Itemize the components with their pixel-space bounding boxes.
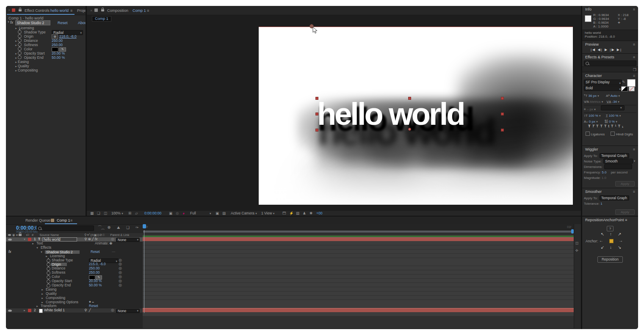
timeline-search-box[interactable]: [36, 225, 94, 231]
play-button[interactable]: ▶: [605, 48, 608, 52]
grid-guides-icon[interactable]: ⊞: [128, 211, 131, 216]
panel-menu-icon[interactable]: ≡: [633, 6, 635, 12]
close-icon[interactable]: ×: [8, 8, 10, 12]
work-area-bar[interactable]: [143, 230, 574, 233]
time-ruler[interactable]: 0f 01f: [143, 224, 574, 231]
next-frame-button[interactable]: |▶: [610, 48, 615, 52]
camera-dropdown[interactable]: Active Camera ▾: [231, 211, 257, 216]
softness-value[interactable]: 250.00: [89, 271, 100, 275]
twirl-icon[interactable]: ▸: [41, 296, 44, 300]
ec-row-licensing[interactable]: ▸ Licensing: [6, 26, 86, 30]
panel-menu-icon[interactable]: ≡: [625, 218, 627, 222]
playhead-marker[interactable]: [143, 224, 146, 228]
origin-label-highlight[interactable]: Origin: [51, 263, 67, 266]
fill-color-swatch[interactable]: [627, 79, 636, 87]
effect-reset-link[interactable]: Reset: [58, 21, 68, 25]
close-icon[interactable]: ×: [90, 8, 92, 13]
panel-menu-icon[interactable]: ≡: [633, 146, 635, 152]
font-style-dropdown[interactable]: Bold▾: [584, 85, 622, 91]
pickwhip-icon[interactable]: ◎: [111, 308, 114, 313]
help-button[interactable]: ?: [607, 226, 614, 231]
transparency-grid-icon[interactable]: ▨: [222, 211, 226, 216]
wiggler-frequency-value[interactable]: 5.0: [602, 170, 606, 174]
distance-value[interactable]: 250.00: [52, 38, 63, 43]
anchor-up-arrow[interactable]: ↑: [610, 232, 612, 236]
layer-label-chip[interactable]: [28, 238, 31, 241]
last-frame-button[interactable]: ▶|: [617, 48, 622, 52]
frame-blend-icon[interactable]: ❏: [126, 225, 130, 230]
anchor-left-arrow[interactable]: ←: [599, 238, 603, 243]
source-name-column[interactable]: Source Name: [39, 233, 59, 237]
prop-row-color[interactable]: Color ✎ ◎: [6, 275, 143, 279]
faux-bold-button[interactable]: T: [588, 124, 592, 128]
reposition-button[interactable]: Reposition: [597, 256, 623, 263]
effect-header-row[interactable]: ▾ fx Shadow Studio 2 Reset About: [6, 20, 86, 25]
layer2-name[interactable]: White Solid 1: [44, 308, 65, 313]
tab-composition-label[interactable]: Composition: [107, 8, 128, 13]
stroke-width-value[interactable]: – px: [587, 107, 593, 111]
prop-row-transform[interactable]: ▸ Transform Reset: [6, 304, 143, 308]
twirl-icon[interactable]: ▸: [23, 308, 26, 313]
effects-presets-search[interactable]: [584, 60, 636, 66]
effect-name[interactable]: Shadow Studio 2: [15, 20, 50, 25]
ligatures-checkbox[interactable]: [586, 132, 590, 136]
animate-add-icon[interactable]: ⊕: [109, 242, 112, 246]
layer-switches[interactable]: ⚲ ╱: [84, 308, 91, 313]
anchor-down-left-arrow[interactable]: ↙: [601, 245, 604, 250]
prop-row-easing[interactable]: ▸ Easing: [6, 288, 143, 292]
stroke-style-dropdown[interactable]: ▾: [601, 105, 625, 110]
ec-row-origin[interactable]: Origin ⊕ 218.0, -8.0: [6, 34, 86, 38]
baseline-value[interactable]: 0 px: [589, 120, 595, 124]
comp-viewer-tab[interactable]: Comp 1: [92, 16, 111, 22]
layer-row-2[interactable]: ▸ 2 White Solid 1 ⚲ ╱ ◎ None▾: [6, 308, 143, 313]
pickwhip-icon[interactable]: ◎: [119, 283, 122, 288]
prop-row-compositing[interactable]: ▸ Compositing: [6, 296, 143, 300]
show-snapshot-icon[interactable]: ◍: [176, 211, 179, 216]
anchor-up-left-arrow[interactable]: ↖: [601, 232, 604, 236]
snapshot-camera-icon[interactable]: ▣: [169, 211, 172, 216]
tab-project[interactable]: Project: [77, 8, 86, 13]
twirl-icon[interactable]: ▸: [41, 288, 44, 292]
prop-row-opacity-end[interactable]: Opacity End 50.00 % ◎: [6, 283, 143, 288]
font-size-value[interactable]: 36 px: [588, 94, 597, 98]
no-stroke-swatch[interactable]: [629, 86, 635, 91]
hello-world-text[interactable]: hello world: [317, 96, 512, 132]
panel-menu-icon[interactable]: ≡: [633, 189, 635, 195]
softness-value[interactable]: 250.00: [52, 43, 63, 47]
roi-icon[interactable]: ▣: [216, 211, 219, 216]
smoother-tolerance-value[interactable]: 1: [600, 202, 602, 206]
tab-composition-name[interactable]: Comp 1: [133, 8, 146, 13]
anchor-point-marker[interactable]: [408, 128, 411, 131]
ec-row-opacity-start[interactable]: ▸ Opacity Start 20.00 %: [6, 51, 86, 55]
close-icon[interactable]: ×: [47, 218, 49, 222]
current-time-display[interactable]: 0:00:00:00: [144, 211, 161, 216]
prop-row-quality[interactable]: ▸ Quality: [6, 292, 143, 296]
prop-row-distance[interactable]: Distance 250.00 ◎: [6, 266, 143, 271]
opacity-end-value[interactable]: 50.00 %: [89, 283, 102, 288]
all-caps-button[interactable]: TT: [596, 124, 604, 128]
eye-icon[interactable]: [8, 310, 12, 312]
panel-menu-icon[interactable]: ≡: [633, 54, 635, 60]
draft3d-icon[interactable]: ❆: [108, 225, 111, 230]
ec-row-shadow-type[interactable]: Shadow Type Radial ▾: [6, 30, 86, 34]
ec-row-quality[interactable]: ▸Quality: [6, 64, 86, 68]
mask-visibility-icon[interactable]: ▱: [135, 211, 138, 216]
prop-row-text[interactable]: ▸ Text Animate: ⊕: [6, 242, 143, 246]
prop-row-softness[interactable]: Softness 250.00 ◎: [6, 271, 143, 275]
ec-row-distance[interactable]: ▸ Distance 250.00: [6, 38, 86, 43]
lock-icon[interactable]: [101, 9, 104, 11]
stopwatch-icon[interactable]: [18, 55, 22, 59]
fast-previews-icon[interactable]: ⚡: [289, 211, 294, 216]
reset-link[interactable]: Reset: [91, 250, 100, 254]
view-layout-dropdown[interactable]: 1 View ▾: [261, 211, 274, 216]
layer1-name[interactable]: hello world: [42, 237, 77, 242]
shy-icon[interactable]: ◫: [575, 241, 579, 245]
faux-italic-button[interactable]: T: [592, 124, 597, 128]
selection-handle[interactable]: [315, 97, 318, 100]
eyedropper-icon[interactable]: ✎: [622, 80, 625, 84]
panel-menu-icon[interactable]: ≡: [70, 218, 72, 222]
opacity-end-value[interactable]: 50.00 %: [52, 55, 65, 60]
exposure-value[interactable]: +00: [316, 211, 322, 216]
anchor-up-right-arrow[interactable]: ↗: [618, 232, 621, 236]
layer-row-1[interactable]: ▾ 1 T hello world ⚲ ⊕ ╱ fx ◎ None▾: [6, 237, 143, 242]
